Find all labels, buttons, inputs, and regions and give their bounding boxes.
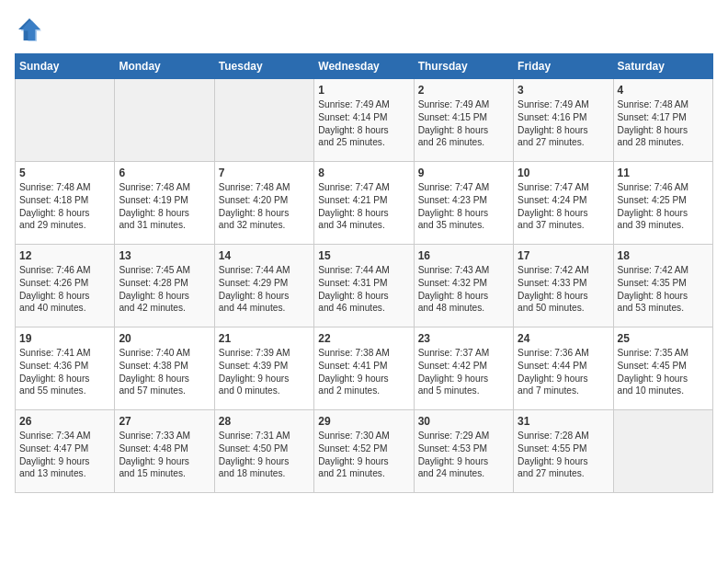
calendar-week-1: 1Sunrise: 7:49 AM Sunset: 4:14 PM Daylig… [16, 79, 713, 162]
cell-info: Sunrise: 7:47 AM Sunset: 4:24 PM Dayligh… [518, 181, 609, 232]
day-number: 28 [219, 415, 310, 428]
weekday-header-thursday: Thursday [414, 54, 513, 79]
calendar-cell: 21Sunrise: 7:39 AM Sunset: 4:39 PM Dayli… [214, 327, 313, 410]
calendar-cell: 12Sunrise: 7:46 AM Sunset: 4:26 PM Dayli… [16, 245, 115, 327]
cell-info: Sunrise: 7:47 AM Sunset: 4:23 PM Dayligh… [418, 181, 509, 232]
cell-info: Sunrise: 7:48 AM Sunset: 4:19 PM Dayligh… [119, 181, 210, 232]
cell-info: Sunrise: 7:41 AM Sunset: 4:36 PM Dayligh… [19, 347, 110, 397]
day-number: 25 [618, 332, 709, 345]
day-number: 18 [618, 249, 709, 262]
calendar-cell: 31Sunrise: 7:28 AM Sunset: 4:55 PM Dayli… [514, 410, 613, 493]
calendar-cell: 16Sunrise: 7:43 AM Sunset: 4:32 PM Dayli… [414, 245, 513, 327]
header-row: SundayMondayTuesdayWednesdayThursdayFrid… [16, 54, 713, 79]
cell-info: Sunrise: 7:46 AM Sunset: 4:25 PM Dayligh… [618, 181, 709, 232]
calendar-week-4: 19Sunrise: 7:41 AM Sunset: 4:36 PM Dayli… [16, 327, 713, 410]
calendar-cell [214, 79, 313, 162]
calendar-cell: 4Sunrise: 7:48 AM Sunset: 4:17 PM Daylig… [613, 79, 712, 162]
cell-info: Sunrise: 7:40 AM Sunset: 4:38 PM Dayligh… [119, 347, 210, 397]
calendar-cell: 6Sunrise: 7:48 AM Sunset: 4:19 PM Daylig… [115, 162, 214, 245]
logo-icon [15, 15, 44, 44]
cell-info: Sunrise: 7:33 AM Sunset: 4:48 PM Dayligh… [119, 430, 210, 480]
day-number: 12 [19, 249, 110, 262]
logo [15, 15, 48, 44]
cell-info: Sunrise: 7:42 AM Sunset: 4:35 PM Dayligh… [618, 264, 709, 315]
calendar-cell: 13Sunrise: 7:45 AM Sunset: 4:28 PM Dayli… [115, 245, 214, 327]
calendar-table: SundayMondayTuesdayWednesdayThursdayFrid… [15, 53, 713, 493]
calendar-cell: 25Sunrise: 7:35 AM Sunset: 4:45 PM Dayli… [613, 327, 712, 410]
calendar-cell: 8Sunrise: 7:47 AM Sunset: 4:21 PM Daylig… [314, 162, 414, 245]
day-number: 23 [418, 332, 509, 345]
calendar-cell: 27Sunrise: 7:33 AM Sunset: 4:48 PM Dayli… [115, 410, 214, 493]
calendar-cell: 15Sunrise: 7:44 AM Sunset: 4:31 PM Dayli… [314, 245, 414, 327]
cell-info: Sunrise: 7:46 AM Sunset: 4:26 PM Dayligh… [19, 264, 110, 315]
weekday-header-monday: Monday [115, 54, 214, 79]
cell-info: Sunrise: 7:48 AM Sunset: 4:18 PM Dayligh… [19, 181, 110, 232]
calendar-cell: 30Sunrise: 7:29 AM Sunset: 4:53 PM Dayli… [414, 410, 513, 493]
calendar-cell: 24Sunrise: 7:36 AM Sunset: 4:44 PM Dayli… [514, 327, 613, 410]
day-number: 19 [19, 332, 110, 345]
cell-info: Sunrise: 7:47 AM Sunset: 4:21 PM Dayligh… [318, 181, 409, 232]
calendar-header: SundayMondayTuesdayWednesdayThursdayFrid… [16, 54, 713, 79]
calendar-cell: 5Sunrise: 7:48 AM Sunset: 4:18 PM Daylig… [16, 162, 115, 245]
day-number: 7 [219, 167, 310, 179]
calendar-cell: 18Sunrise: 7:42 AM Sunset: 4:35 PM Dayli… [613, 245, 712, 327]
cell-info: Sunrise: 7:36 AM Sunset: 4:44 PM Dayligh… [518, 347, 609, 397]
calendar-cell: 9Sunrise: 7:47 AM Sunset: 4:23 PM Daylig… [414, 162, 513, 245]
cell-info: Sunrise: 7:49 AM Sunset: 4:16 PM Dayligh… [518, 98, 609, 149]
calendar-cell: 22Sunrise: 7:38 AM Sunset: 4:41 PM Dayli… [314, 327, 414, 410]
day-number: 5 [19, 167, 110, 179]
cell-info: Sunrise: 7:43 AM Sunset: 4:32 PM Dayligh… [418, 264, 509, 315]
calendar-cell: 1Sunrise: 7:49 AM Sunset: 4:14 PM Daylig… [314, 79, 414, 162]
cell-info: Sunrise: 7:31 AM Sunset: 4:50 PM Dayligh… [219, 430, 310, 480]
day-number: 3 [518, 84, 609, 97]
calendar-cell: 14Sunrise: 7:44 AM Sunset: 4:29 PM Dayli… [214, 245, 313, 327]
cell-info: Sunrise: 7:34 AM Sunset: 4:47 PM Dayligh… [19, 430, 110, 480]
cell-info: Sunrise: 7:45 AM Sunset: 4:28 PM Dayligh… [119, 264, 210, 315]
day-number: 8 [318, 167, 409, 179]
calendar-cell: 2Sunrise: 7:49 AM Sunset: 4:15 PM Daylig… [414, 79, 513, 162]
calendar-body: 1Sunrise: 7:49 AM Sunset: 4:14 PM Daylig… [16, 79, 713, 493]
calendar-cell [16, 79, 115, 162]
day-number: 21 [219, 332, 310, 345]
day-number: 14 [219, 249, 310, 262]
day-number: 20 [119, 332, 210, 345]
weekday-header-tuesday: Tuesday [214, 54, 313, 79]
cell-info: Sunrise: 7:39 AM Sunset: 4:39 PM Dayligh… [219, 347, 310, 397]
cell-info: Sunrise: 7:35 AM Sunset: 4:45 PM Dayligh… [618, 347, 709, 397]
cell-info: Sunrise: 7:42 AM Sunset: 4:33 PM Dayligh… [518, 264, 609, 315]
weekday-header-friday: Friday [514, 54, 613, 79]
cell-info: Sunrise: 7:29 AM Sunset: 4:53 PM Dayligh… [418, 430, 509, 480]
day-number: 15 [318, 249, 409, 262]
calendar-cell: 7Sunrise: 7:48 AM Sunset: 4:20 PM Daylig… [214, 162, 313, 245]
calendar-cell: 29Sunrise: 7:30 AM Sunset: 4:52 PM Dayli… [314, 410, 414, 493]
cell-info: Sunrise: 7:44 AM Sunset: 4:31 PM Dayligh… [318, 264, 409, 315]
calendar-cell: 26Sunrise: 7:34 AM Sunset: 4:47 PM Dayli… [16, 410, 115, 493]
calendar-cell [613, 410, 712, 493]
day-number: 22 [318, 332, 409, 345]
day-number: 26 [19, 415, 110, 428]
day-number: 6 [119, 167, 210, 179]
day-number: 16 [418, 249, 509, 262]
calendar-cell: 3Sunrise: 7:49 AM Sunset: 4:16 PM Daylig… [514, 79, 613, 162]
weekday-header-sunday: Sunday [16, 54, 115, 79]
day-number: 30 [418, 415, 509, 428]
day-number: 4 [618, 84, 709, 97]
calendar-cell [115, 79, 214, 162]
weekday-header-saturday: Saturday [613, 54, 712, 79]
page-header [15, 15, 713, 44]
day-number: 9 [418, 167, 509, 179]
day-number: 24 [518, 332, 609, 345]
day-number: 11 [618, 167, 709, 179]
calendar-cell: 10Sunrise: 7:47 AM Sunset: 4:24 PM Dayli… [514, 162, 613, 245]
calendar-week-2: 5Sunrise: 7:48 AM Sunset: 4:18 PM Daylig… [16, 162, 713, 245]
day-number: 1 [318, 84, 409, 97]
day-number: 29 [318, 415, 409, 428]
cell-info: Sunrise: 7:44 AM Sunset: 4:29 PM Dayligh… [219, 264, 310, 315]
calendar-week-5: 26Sunrise: 7:34 AM Sunset: 4:47 PM Dayli… [16, 410, 713, 493]
calendar-cell: 17Sunrise: 7:42 AM Sunset: 4:33 PM Dayli… [514, 245, 613, 327]
cell-info: Sunrise: 7:49 AM Sunset: 4:15 PM Dayligh… [418, 98, 509, 149]
cell-info: Sunrise: 7:49 AM Sunset: 4:14 PM Dayligh… [318, 98, 409, 149]
day-number: 2 [418, 84, 509, 97]
calendar-cell: 28Sunrise: 7:31 AM Sunset: 4:50 PM Dayli… [214, 410, 313, 493]
day-number: 13 [119, 249, 210, 262]
